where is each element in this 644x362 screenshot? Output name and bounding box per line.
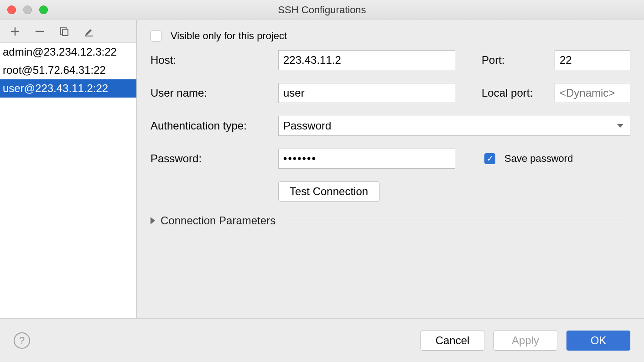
- window-title: SSH Configurations: [278, 4, 366, 16]
- host-input[interactable]: [278, 50, 455, 70]
- add-icon[interactable]: [9, 26, 21, 37]
- remove-icon[interactable]: [34, 26, 46, 37]
- visible-only-label: Visible only for this project: [171, 30, 287, 42]
- ok-button[interactable]: OK: [566, 331, 630, 351]
- username-label: User name:: [151, 87, 269, 99]
- port-label: Port:: [482, 54, 545, 67]
- check-icon: ✓: [487, 155, 493, 163]
- password-label: Password:: [151, 152, 269, 165]
- test-connection-button[interactable]: Test Connection: [278, 181, 379, 202]
- password-input[interactable]: [278, 149, 455, 169]
- save-password-label: Save password: [504, 153, 573, 165]
- auth-type-label: Authentication type:: [151, 119, 269, 132]
- expand-icon: [151, 217, 155, 224]
- sidebar: admin@23.234.12.3:22 root@51.72.64.31:22…: [0, 20, 137, 318]
- dialog-footer: ? Cancel Apply OK: [0, 318, 644, 362]
- host-label: Host:: [151, 54, 269, 67]
- save-password-checkbox[interactable]: ✓: [484, 153, 495, 164]
- window-controls: [7, 5, 48, 14]
- configurations-list: admin@23.234.12.3:22 root@51.72.64.31:22…: [0, 43, 136, 318]
- username-input[interactable]: [278, 83, 455, 103]
- cancel-button[interactable]: Cancel: [421, 331, 484, 351]
- edit-icon[interactable]: [83, 26, 95, 37]
- auth-type-select[interactable]: Password: [278, 116, 630, 136]
- connection-parameters-section[interactable]: Connection Parameters: [151, 214, 630, 227]
- svg-rect-1: [62, 29, 68, 36]
- minimize-window-icon[interactable]: [23, 5, 32, 14]
- section-title: Connection Parameters: [161, 214, 275, 227]
- chevron-down-icon: [617, 124, 623, 128]
- list-item[interactable]: root@51.72.64.31:22: [0, 61, 136, 79]
- local-port-label: Local port:: [482, 87, 545, 99]
- copy-icon[interactable]: [58, 26, 70, 37]
- sidebar-toolbar: [0, 20, 136, 43]
- form-panel: Visible only for this project Host: Port…: [137, 20, 644, 318]
- list-item[interactable]: user@223.43.11.2:22: [0, 79, 136, 98]
- auth-type-value: Password: [283, 119, 331, 132]
- titlebar: SSH Configurations: [0, 0, 644, 20]
- list-item[interactable]: admin@23.234.12.3:22: [0, 43, 136, 61]
- local-port-input[interactable]: [555, 83, 630, 103]
- help-icon[interactable]: ?: [14, 332, 30, 349]
- visible-only-checkbox[interactable]: [151, 31, 161, 41]
- maximize-window-icon[interactable]: [39, 5, 48, 14]
- apply-button[interactable]: Apply: [493, 331, 557, 351]
- port-input[interactable]: [555, 50, 630, 70]
- close-window-icon[interactable]: [7, 5, 16, 14]
